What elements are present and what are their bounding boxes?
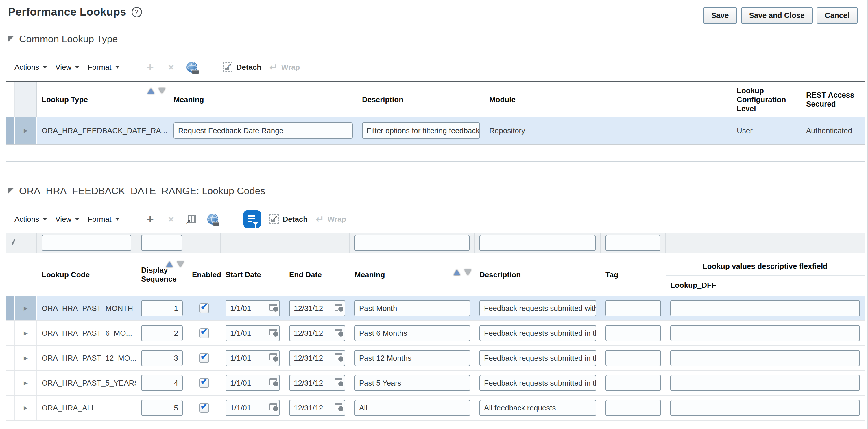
collapse-triangle-icon[interactable] [8, 36, 14, 42]
lookup-dff-input[interactable] [670, 350, 860, 366]
tag-input[interactable] [606, 375, 661, 391]
description-input[interactable]: Feedback requests submitted in th [479, 375, 596, 391]
translation-globe-icon[interactable] [186, 61, 198, 74]
lookup-code-row[interactable]: ▶ ORA_HRA_PAST_5_YEARS 4 1/1/01 12/31/12… [6, 371, 865, 396]
lookup-dff-input[interactable] [670, 325, 860, 341]
filter-display-sequence-input[interactable] [141, 235, 182, 251]
col-header-lookup-code[interactable]: Lookup Code [37, 253, 136, 296]
lookup-dff-input[interactable] [670, 300, 860, 316]
meaning-input[interactable]: Request Feedback Date Range [174, 122, 353, 139]
sort-ascending-icon[interactable] [148, 88, 154, 94]
calendar-icon[interactable] [270, 328, 277, 336]
add-row-icon[interactable]: + [144, 213, 157, 226]
calendar-icon[interactable] [335, 378, 342, 385]
col-header-start-date[interactable]: Start Date [221, 253, 284, 296]
cancel-button[interactable]: Cancel [817, 7, 858, 24]
display-sequence-input[interactable]: 5 [141, 400, 183, 416]
col-header-display-sequence[interactable]: Display Sequence [136, 253, 187, 296]
common-lookup-type-section-header[interactable]: Common Lookup Type [8, 33, 867, 45]
format-menu[interactable]: Format [88, 215, 119, 224]
sort-descending-icon[interactable] [158, 88, 165, 94]
start-date-input[interactable]: 1/1/01 [225, 375, 280, 391]
lookup-code-row[interactable]: ▶ ORA_HRA_ALL 5 1/1/01 12/31/12 All All … [6, 396, 865, 421]
filter-description-input[interactable] [479, 235, 596, 251]
description-input[interactable]: Feedback requests submitted in th [479, 325, 596, 341]
expand-row-icon[interactable]: ▶ [24, 405, 28, 411]
sort-descending-icon[interactable] [464, 269, 471, 275]
expand-row-icon[interactable]: ▶ [24, 305, 28, 312]
calendar-icon[interactable] [335, 353, 342, 361]
start-date-input[interactable]: 1/1/01 [225, 325, 280, 341]
actions-menu[interactable]: Actions [14, 215, 47, 224]
description-input[interactable]: Feedback requests submitted withi [479, 300, 596, 316]
row-expand-cell[interactable]: ▶ [15, 296, 37, 320]
col-header-rest-access-secured[interactable]: REST Access Secured [802, 82, 865, 117]
lookup-codes-section-header[interactable]: ORA_HRA_FEEDBACK_DATE_RANGE: Lookup Code… [8, 185, 867, 197]
row-expand-cell[interactable]: ▶ [15, 371, 37, 395]
expand-row-icon[interactable]: ▶ [24, 330, 28, 336]
tag-input[interactable] [606, 350, 661, 366]
display-sequence-input[interactable]: 2 [141, 325, 183, 341]
detach-button[interactable]: ↗ Detach [223, 62, 262, 72]
start-date-input[interactable]: 1/1/01 [225, 350, 280, 366]
lookup-code-row[interactable]: ▶ ORA_HRA_PAST_12_MO... 3 1/1/01 12/31/1… [6, 346, 865, 371]
sort-ascending-icon[interactable] [166, 261, 173, 267]
col-header-module[interactable]: Module [485, 82, 732, 117]
calendar-icon[interactable] [335, 403, 342, 410]
sort-descending-icon[interactable] [177, 261, 184, 267]
start-date-input[interactable]: 1/1/01 [225, 400, 280, 416]
calendar-icon[interactable] [270, 353, 277, 361]
description-input[interactable]: Feedback requests submitted in th [479, 350, 596, 366]
actions-menu[interactable]: Actions [14, 63, 47, 72]
enabled-checkbox[interactable] [199, 303, 209, 313]
start-date-input[interactable]: 1/1/01 [225, 300, 280, 316]
col-header-lookup-dff[interactable]: Lookup values descriptive flexfield Look… [665, 253, 865, 296]
help-icon[interactable]: ? [131, 7, 142, 17]
sort-ascending-icon[interactable] [453, 269, 460, 275]
col-header-lookup-configuration-level[interactable]: Lookup Configuration Level [732, 82, 802, 117]
description-input[interactable]: All feedback requests. [479, 400, 596, 416]
col-header-description[interactable]: Description [358, 82, 485, 117]
expand-row-icon[interactable]: ▶ [24, 355, 28, 361]
translation-globe-icon[interactable] [207, 213, 219, 226]
end-date-input[interactable]: 12/31/12 [289, 400, 345, 416]
calendar-icon[interactable] [335, 304, 342, 311]
col-header-lookup-type[interactable]: Lookup Type [37, 82, 169, 117]
row-expand-cell[interactable]: ▶ [15, 321, 37, 345]
filter-lookup-code-input[interactable] [42, 235, 131, 251]
save-and-close-button[interactable]: Save and Close [741, 7, 813, 24]
lookup-code-row[interactable]: ▶ ORA_HRA_PAST_MONTH 1 1/1/01 12/31/12 P… [6, 296, 865, 321]
edit-filter-icon[interactable] [9, 239, 15, 247]
display-sequence-input[interactable]: 3 [141, 350, 183, 366]
col-header-end-date[interactable]: End Date [284, 253, 350, 296]
save-button[interactable]: Save [703, 7, 737, 24]
meaning-input[interactable]: All [354, 400, 470, 416]
col-header-enabled[interactable]: Enabled [187, 253, 221, 296]
format-menu[interactable]: Format [88, 63, 119, 72]
tag-input[interactable] [606, 325, 661, 341]
tag-input[interactable] [606, 400, 661, 416]
col-header-tag[interactable]: Tag [601, 253, 665, 296]
lookup-dff-input[interactable] [670, 400, 860, 416]
col-header-meaning[interactable]: Meaning [350, 253, 475, 296]
calendar-icon[interactable] [270, 378, 277, 385]
col-header-meaning[interactable]: Meaning [169, 82, 358, 117]
end-date-input[interactable]: 12/31/12 [289, 325, 345, 341]
display-sequence-input[interactable]: 1 [141, 300, 183, 316]
display-sequence-input[interactable]: 4 [141, 375, 183, 391]
tag-input[interactable] [606, 300, 661, 316]
meaning-input[interactable]: Past Month [354, 300, 470, 316]
view-menu[interactable]: View [55, 215, 80, 224]
expand-row-icon[interactable]: ▶ [24, 127, 28, 134]
enabled-checkbox[interactable] [199, 378, 209, 388]
end-date-input[interactable]: 12/31/12 [289, 300, 345, 316]
enabled-checkbox[interactable] [199, 353, 209, 363]
col-header-description[interactable]: Description [475, 253, 601, 296]
meaning-input[interactable]: Past 6 Months [354, 325, 470, 341]
enabled-checkbox[interactable] [199, 328, 209, 338]
meaning-input[interactable]: Past 5 Years [354, 375, 470, 391]
calendar-icon[interactable] [270, 304, 277, 311]
end-date-input[interactable]: 12/31/12 [289, 350, 345, 366]
detach-button[interactable]: ↗ Detach [269, 214, 308, 224]
enabled-checkbox[interactable] [199, 403, 209, 413]
